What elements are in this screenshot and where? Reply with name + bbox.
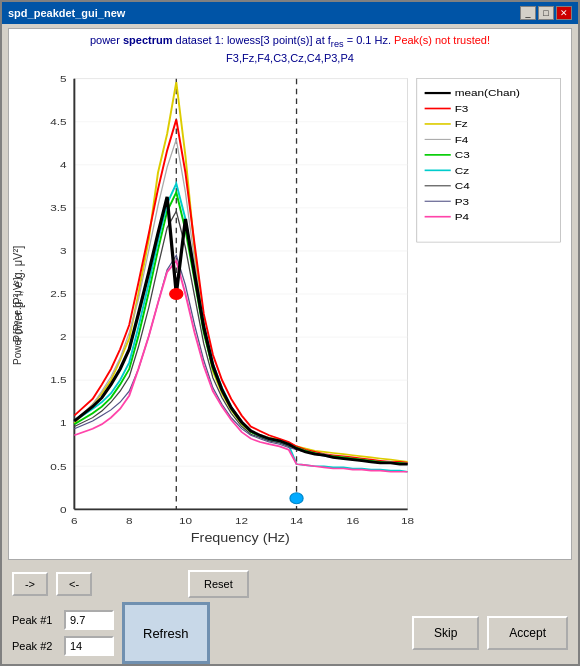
chart-plot: 0 0.5 1 1.5 2 2.5 3 3.5 4 4.5 5 6 8 10 1… bbox=[9, 29, 571, 559]
legend-label-mean: mean(Chan) bbox=[455, 87, 520, 98]
svg-rect-36 bbox=[417, 79, 561, 242]
titlebar: spd_peakdet_gui_new _ □ ✕ bbox=[2, 2, 578, 24]
reset-button[interactable]: Reset bbox=[188, 570, 249, 598]
svg-text:1: 1 bbox=[60, 417, 67, 428]
svg-text:F4: F4 bbox=[455, 134, 469, 145]
svg-text:3.5: 3.5 bbox=[50, 202, 66, 213]
svg-text:4.5: 4.5 bbox=[50, 116, 66, 127]
peak2-marker bbox=[290, 493, 303, 504]
svg-text:2.5: 2.5 bbox=[50, 288, 66, 299]
svg-text:Fz: Fz bbox=[455, 118, 469, 129]
svg-text:1.5: 1.5 bbox=[50, 374, 66, 385]
svg-text:16: 16 bbox=[346, 515, 359, 526]
svg-text:F3: F3 bbox=[455, 103, 469, 114]
svg-text:5: 5 bbox=[60, 73, 67, 84]
peak1-input[interactable] bbox=[64, 610, 114, 630]
maximize-button[interactable]: □ bbox=[538, 6, 554, 20]
controls-area: -> <- Reset Peak #1 Peak #2 Refresh Skip… bbox=[2, 564, 578, 664]
svg-text:0: 0 bbox=[60, 503, 67, 514]
svg-text:3: 3 bbox=[60, 245, 67, 256]
svg-text:Cz: Cz bbox=[455, 165, 470, 176]
svg-text:P3: P3 bbox=[455, 195, 469, 206]
svg-text:12: 12 bbox=[235, 515, 248, 526]
main-window: spd_peakdet_gui_new _ □ ✕ power spectrum… bbox=[0, 0, 580, 666]
peak2-input[interactable] bbox=[64, 636, 114, 656]
window-controls: _ □ ✕ bbox=[520, 6, 572, 20]
minimize-button[interactable]: _ bbox=[520, 6, 536, 20]
svg-text:14: 14 bbox=[290, 515, 303, 526]
svg-text:P4: P4 bbox=[455, 211, 469, 222]
svg-text:Power [P², e.g. μV²]: Power [P², e.g. μV²] bbox=[10, 246, 25, 342]
chart-area: power spectrum dataset 1: lowess[3 point… bbox=[8, 28, 572, 560]
svg-text:4: 4 bbox=[60, 159, 67, 170]
svg-text:C3: C3 bbox=[455, 149, 470, 160]
svg-text:18: 18 bbox=[401, 515, 414, 526]
peak1-marker bbox=[170, 288, 183, 299]
peak2-label: Peak #2 bbox=[12, 640, 58, 652]
close-button[interactable]: ✕ bbox=[556, 6, 572, 20]
svg-text:6: 6 bbox=[71, 515, 78, 526]
arrow-right-button[interactable]: -> bbox=[12, 572, 48, 596]
peak1-label: Peak #1 bbox=[12, 614, 58, 626]
svg-text:2: 2 bbox=[60, 331, 67, 342]
svg-text:10: 10 bbox=[179, 515, 192, 526]
svg-text:Frequency (Hz): Frequency (Hz) bbox=[191, 531, 290, 545]
window-title: spd_peakdet_gui_new bbox=[8, 7, 125, 19]
svg-text:8: 8 bbox=[126, 515, 133, 526]
skip-button[interactable]: Skip bbox=[412, 616, 479, 650]
svg-text:C4: C4 bbox=[455, 180, 470, 191]
svg-text:0.5: 0.5 bbox=[50, 460, 66, 471]
accept-button[interactable]: Accept bbox=[487, 616, 568, 650]
arrow-left-button[interactable]: <- bbox=[56, 572, 92, 596]
refresh-button[interactable]: Refresh bbox=[122, 602, 210, 664]
